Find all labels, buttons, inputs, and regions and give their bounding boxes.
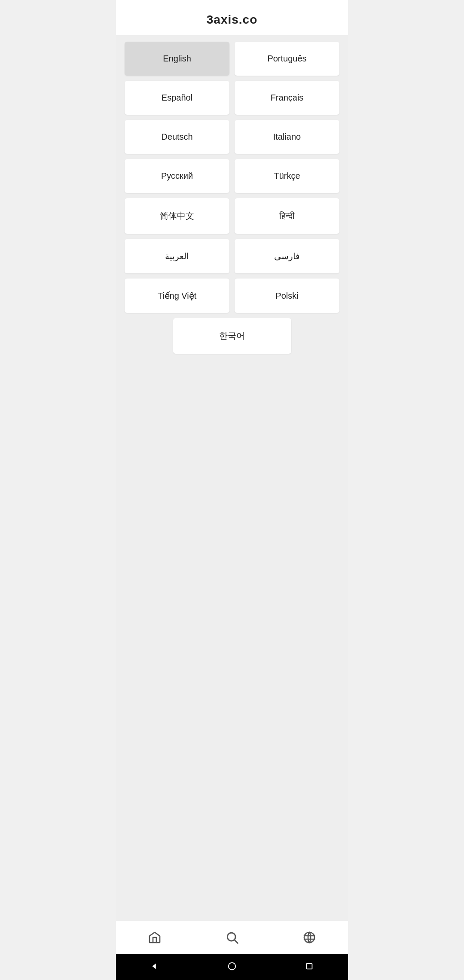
globe-button[interactable] bbox=[294, 927, 325, 948]
svg-line-1 bbox=[235, 940, 238, 943]
language-btn-polish[interactable]: Polski bbox=[235, 279, 339, 313]
app-title: 3axis.co bbox=[207, 13, 258, 26]
language-grid: EnglishPortuguêsEspañolFrançaisDeutschIt… bbox=[125, 42, 339, 354]
system-bar bbox=[116, 954, 348, 980]
svg-point-2 bbox=[304, 932, 314, 943]
header: 3axis.co bbox=[116, 0, 348, 35]
language-btn-korean[interactable]: 한국어 bbox=[173, 318, 291, 354]
language-btn-german[interactable]: Deutsch bbox=[125, 120, 229, 154]
language-btn-chinese[interactable]: 简体中文 bbox=[125, 198, 229, 234]
back-button[interactable] bbox=[148, 960, 161, 974]
home-button[interactable] bbox=[139, 927, 170, 948]
search-icon bbox=[225, 931, 239, 944]
language-btn-russian[interactable]: Русский bbox=[125, 159, 229, 193]
language-btn-vietnamese[interactable]: Tiếng Việt bbox=[125, 279, 229, 313]
language-btn-farsi[interactable]: فارسی bbox=[235, 239, 339, 273]
svg-marker-5 bbox=[153, 964, 156, 969]
language-btn-english[interactable]: English bbox=[125, 42, 229, 76]
language-btn-arabic[interactable]: العربية bbox=[125, 239, 229, 273]
bottom-nav bbox=[116, 921, 348, 954]
language-btn-spanish[interactable]: Español bbox=[125, 81, 229, 115]
home-icon bbox=[148, 931, 162, 944]
home-system-button[interactable] bbox=[226, 960, 238, 974]
language-btn-french[interactable]: Français bbox=[235, 81, 339, 115]
svg-point-6 bbox=[229, 963, 236, 970]
svg-rect-7 bbox=[307, 964, 312, 969]
language-btn-hindi[interactable]: हिन्दी bbox=[235, 198, 339, 234]
globe-icon bbox=[302, 931, 316, 944]
language-btn-italian[interactable]: Italiano bbox=[235, 120, 339, 154]
language-btn-turkish[interactable]: Türkçe bbox=[235, 159, 339, 193]
content-area: EnglishPortuguêsEspañolFrançaisDeutschIt… bbox=[116, 35, 348, 921]
language-btn-portuguese[interactable]: Português bbox=[235, 42, 339, 76]
search-button[interactable] bbox=[217, 927, 247, 948]
recents-button[interactable] bbox=[303, 960, 316, 974]
